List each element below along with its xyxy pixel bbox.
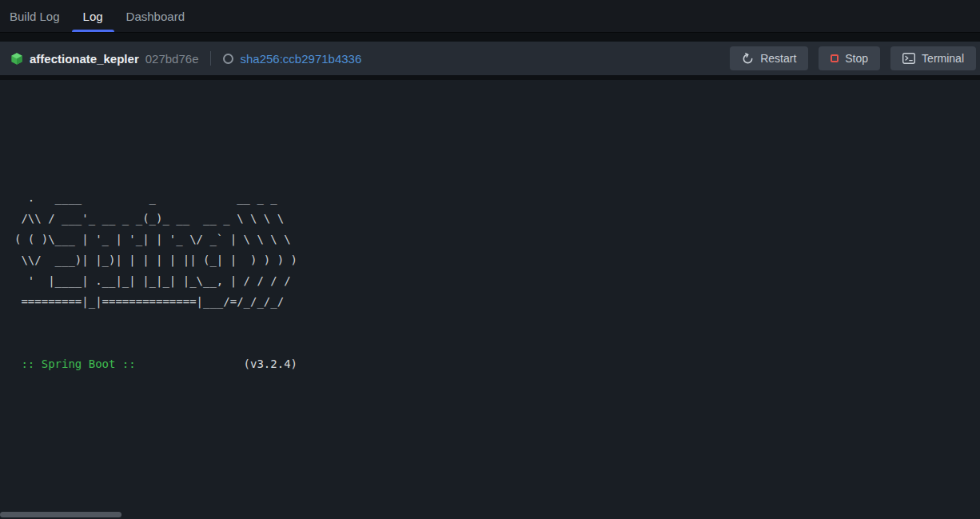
banner-art-line: =========|_|==============|___/=/_/_/_/ [14, 291, 980, 312]
banner-art-line: ( ( )\___ | '_ | '_| | '_ \/ _` | \ \ \ … [14, 229, 980, 250]
banner-footer: :: Spring Boot :: (v3.2.4) [14, 353, 980, 374]
restart-button[interactable]: Restart [730, 46, 808, 70]
stop-label: Stop [845, 52, 868, 65]
tab-bar: Build Log Log Dashboard [0, 0, 980, 33]
stop-button[interactable]: Stop [819, 46, 880, 70]
tab-build-log[interactable]: Build Log [10, 0, 60, 32]
tab-log[interactable]: Log [83, 0, 103, 32]
spring-boot-version: (v3.2.4) [244, 357, 297, 370]
log-viewport[interactable]: . ____ _ __ _ _ /\\ / ___'_ __ _ _(_)_ _… [0, 80, 980, 519]
container-name: affectionate_kepler [30, 52, 139, 66]
app-root: Build Log Log Dashboard affectionate_kep… [0, 0, 980, 519]
container-id: 027bd76e [145, 52, 199, 66]
horizontal-scrollbar-thumb[interactable] [0, 512, 122, 517]
restart-icon [742, 53, 754, 65]
container-status-icon [10, 53, 23, 65]
spacer-strip [0, 33, 980, 42]
stop-icon [831, 54, 839, 62]
spring-boot-label: :: Spring Boot :: [14, 357, 136, 370]
spring-banner: . ____ _ __ _ _ /\\ / ___'_ __ _ _(_)_ _… [14, 146, 980, 416]
banner-spacing [136, 357, 244, 370]
banner-art-line: \\/ ___)| |_)| | | | | || (_| | ) ) ) ) [14, 250, 980, 270]
banner-art-line: . ____ _ __ _ _ [14, 187, 980, 208]
image-icon [223, 54, 233, 64]
banner-art: . ____ _ __ _ _ /\\ / ___'_ __ _ _(_)_ _… [14, 187, 980, 312]
header-divider [210, 51, 211, 66]
terminal-label: Terminal [922, 52, 964, 65]
restart-label: Restart [760, 52, 796, 65]
banner-art-line: ' |____| .__|_| |_|_| |_\__, | / / / / [14, 270, 980, 291]
terminal-icon [902, 53, 915, 64]
image-sha-link[interactable]: sha256:ccb2971b4336 [240, 52, 361, 66]
terminal-button[interactable]: Terminal [890, 46, 976, 70]
blank-log-line [14, 457, 980, 478]
banner-art-line: /\\ / ___'_ __ _ _(_)_ __ __ _ \ \ \ \ [14, 208, 980, 229]
container-header: affectionate_kepler 027bd76e sha256:ccb2… [0, 42, 980, 75]
tab-dashboard[interactable]: Dashboard [126, 0, 185, 32]
